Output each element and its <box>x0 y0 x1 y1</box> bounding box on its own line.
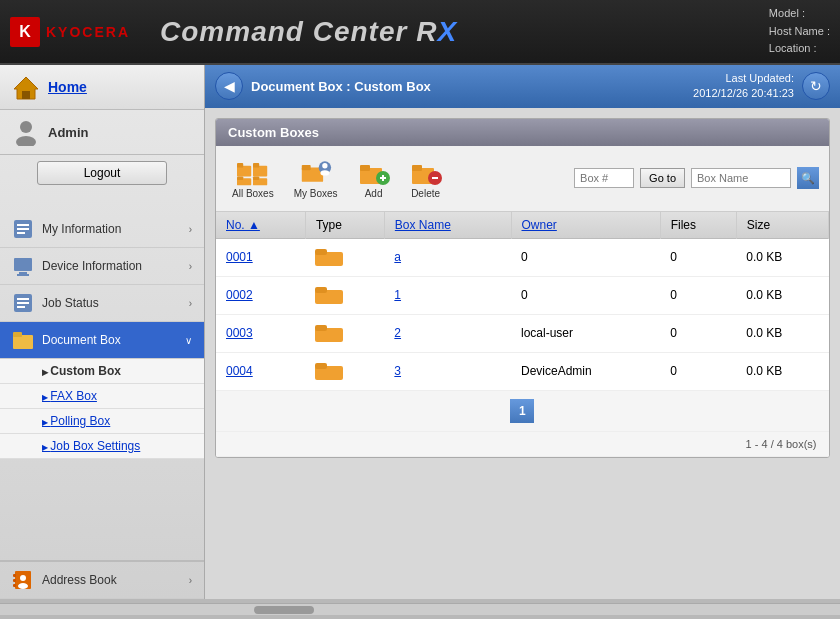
delete-label: Delete <box>411 188 440 199</box>
delete-button[interactable]: Delete <box>404 154 448 203</box>
page-1-button[interactable]: 1 <box>510 399 534 423</box>
cell-type <box>305 238 384 276</box>
svg-rect-21 <box>13 579 16 582</box>
chevron-right-icon-3: › <box>189 298 192 309</box>
table-row: 0001 a 0 0 0.0 KB <box>216 238 829 276</box>
search-button[interactable]: 🔍 <box>797 167 819 189</box>
content-body: Custom Boxes <box>205 108 840 599</box>
pagination-row: 1 <box>216 390 829 431</box>
cell-owner: local-user <box>511 314 660 352</box>
chevron-right-icon-2: › <box>189 261 192 272</box>
all-boxes-button[interactable]: All Boxes <box>226 154 280 203</box>
svg-rect-46 <box>315 249 327 255</box>
sidebar-item-home[interactable]: Home <box>0 65 204 110</box>
chevron-right-icon: › <box>189 224 192 235</box>
home-label: Home <box>48 79 87 95</box>
svg-rect-37 <box>360 165 370 171</box>
sidebar-admin: Admin <box>0 110 204 155</box>
cell-size: 0.0 KB <box>736 238 828 276</box>
folder-icon <box>315 245 343 267</box>
address-book-chevron: › <box>189 575 192 586</box>
cell-size: 0.0 KB <box>736 276 828 314</box>
goto-button[interactable]: Go to <box>640 168 685 188</box>
box-number-input[interactable] <box>574 168 634 188</box>
sidebar-item-job-status[interactable]: Job Status › <box>0 285 204 322</box>
sidebar-address-book-label: Address Book <box>42 573 117 587</box>
box-name-link[interactable]: 3 <box>394 364 401 378</box>
kyocera-icon: K <box>10 17 40 47</box>
sidebar-item-device-information[interactable]: Device Information › <box>0 248 204 285</box>
add-button[interactable]: Add <box>352 154 396 203</box>
svg-rect-16 <box>13 332 22 337</box>
refresh-button[interactable]: ↻ <box>802 72 830 100</box>
col-owner: Owner <box>511 212 660 239</box>
all-boxes-icon <box>237 157 269 187</box>
logout-button[interactable]: Logout <box>37 161 167 185</box>
cell-name: 2 <box>384 314 511 352</box>
my-boxes-button[interactable]: My Boxes <box>288 154 344 203</box>
location-label: Location : <box>769 40 830 58</box>
add-label: Add <box>365 188 383 199</box>
topbar-left: ◀ Document Box : Custom Box <box>215 72 431 100</box>
search-icon: 🔍 <box>801 172 815 185</box>
cell-name: 1 <box>384 276 511 314</box>
job-status-icon <box>12 292 34 314</box>
table-row: 0003 2 local-user 0 0.0 KB <box>216 314 829 352</box>
svg-point-35 <box>320 170 329 175</box>
col-type: Type <box>305 212 384 239</box>
horizontal-scrollbar[interactable] <box>0 599 840 619</box>
cell-id: 0002 <box>216 276 305 314</box>
cell-owner: 0 <box>511 276 660 314</box>
svg-rect-50 <box>315 325 327 331</box>
box-id-link[interactable]: 0003 <box>226 326 253 340</box>
content-topbar: ◀ Document Box : Custom Box Last Updated… <box>205 65 840 108</box>
box-name-link[interactable]: 1 <box>394 288 401 302</box>
box-name-input[interactable] <box>691 168 791 188</box>
content-area: ◀ Document Box : Custom Box Last Updated… <box>205 65 840 599</box>
sidebar-item-my-information[interactable]: My Information › <box>0 211 204 248</box>
folder-icon <box>315 359 343 381</box>
sidebar-item-document-box[interactable]: Document Box ∨ <box>0 322 204 359</box>
sidebar-device-information-label: Device Information <box>42 259 142 273</box>
box-name-link[interactable]: 2 <box>394 326 401 340</box>
cell-size: 0.0 KB <box>736 352 828 390</box>
chevron-down-icon: ∨ <box>185 335 192 346</box>
box-name-link[interactable]: a <box>394 250 401 264</box>
sidebar-item-address-book[interactable]: Address Book › <box>0 560 204 599</box>
my-information-icon <box>12 218 34 240</box>
svg-rect-24 <box>237 163 243 167</box>
cell-owner: DeviceAdmin <box>511 352 660 390</box>
submenu-custom-box[interactable]: Custom Box <box>0 359 204 384</box>
svg-rect-15 <box>13 335 33 349</box>
col-boxname: Box Name <box>384 212 511 239</box>
svg-point-18 <box>20 575 26 581</box>
svg-rect-22 <box>13 584 16 587</box>
app-title: Command Center RX <box>160 16 457 48</box>
kyocera-logo: K KYOCERA <box>10 17 130 47</box>
box-id-link[interactable]: 0004 <box>226 364 253 378</box>
back-button[interactable]: ◀ <box>215 72 243 100</box>
add-icon <box>358 158 390 186</box>
section-header: Custom Boxes <box>216 119 829 146</box>
submenu-job-box-settings[interactable]: Job Box Settings <box>0 434 204 459</box>
svg-point-2 <box>20 121 32 133</box>
admin-label: Admin <box>48 125 88 140</box>
submenu-fax-box[interactable]: FAX Box <box>0 384 204 409</box>
kyocera-brand: KYOCERA <box>46 24 130 40</box>
header: K KYOCERA Command Center RX Model : Host… <box>0 0 840 65</box>
box-id-link[interactable]: 0001 <box>226 250 253 264</box>
sidebar-job-status-label: Job Status <box>42 296 99 310</box>
svg-rect-30 <box>253 176 259 180</box>
submenu-polling-box[interactable]: Polling Box <box>0 409 204 434</box>
svg-point-19 <box>18 583 28 589</box>
svg-point-3 <box>16 136 36 146</box>
toolbar: All Boxes My Boxes <box>216 146 829 212</box>
custom-boxes-table: No. ▲ Type Box Name Owner Files Size 000… <box>216 212 829 457</box>
address-book-icon <box>12 569 34 591</box>
svg-rect-48 <box>315 287 327 293</box>
box-id-link[interactable]: 0002 <box>226 288 253 302</box>
total-row: 1 - 4 / 4 box(s) <box>216 431 829 456</box>
col-files: Files <box>660 212 736 239</box>
svg-rect-32 <box>301 165 310 170</box>
main-container: Home Admin Logout My Information › <box>0 65 840 599</box>
